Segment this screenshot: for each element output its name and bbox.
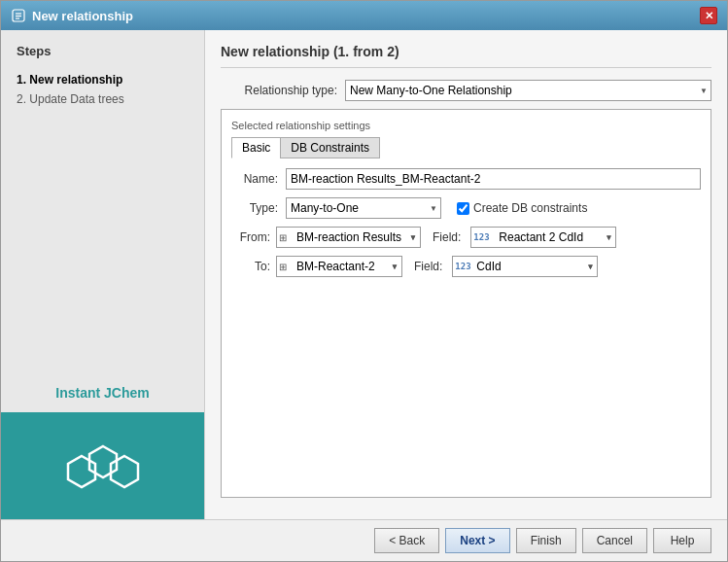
dialog: New relationship ✕ Steps 1. New relation… <box>0 0 728 562</box>
dialog-icon <box>11 8 26 23</box>
to-field-dropdown[interactable]: CdId <box>452 256 598 277</box>
step-1-number: 1. <box>17 73 29 87</box>
step-1-label: New relationship <box>29 73 122 87</box>
hex-logo-icon <box>64 427 142 505</box>
from-table-dropdown[interactable]: BM-reaction Results <box>276 227 421 248</box>
back-button[interactable]: < Back <box>374 528 439 553</box>
to-field-icon: 123 <box>455 262 470 271</box>
tab-basic[interactable]: Basic <box>231 137 280 158</box>
to-table-dropdown-wrapper: ⊞ BM-Reactant-2 ▼ <box>276 256 402 277</box>
from-row: From: ⊞ BM-reaction Results ▼ Field: 123… <box>231 227 701 248</box>
type-dropdown[interactable]: Many-to-One <box>286 197 441 219</box>
from-field-label: Field: <box>433 230 461 244</box>
to-field-label: Field: <box>414 260 442 273</box>
cancel-button[interactable]: Cancel <box>582 528 647 553</box>
from-table-dropdown-wrapper: ⊞ BM-reaction Results ▼ <box>276 227 421 248</box>
footer: < Back Next > Finish Cancel Help <box>1 519 727 561</box>
type-dropdown-wrapper: Many-to-One <box>286 197 441 219</box>
sidebar-logo <box>1 412 204 519</box>
to-table-icon: ⊞ <box>279 262 287 272</box>
name-input[interactable] <box>286 168 701 190</box>
main-panel: New relationship (1. from 2) Relationshi… <box>205 30 727 519</box>
step-2-number: 2. <box>17 92 29 106</box>
relationship-type-label: Relationship type: <box>221 84 337 97</box>
to-table-dropdown[interactable]: BM-Reactant-2 <box>276 256 402 277</box>
from-field-dropdown-wrapper: 123 Reactant 2 CdId ▼ <box>470 227 616 248</box>
dialog-title: New relationship <box>32 9 133 23</box>
settings-group-label: Selected relationship settings <box>231 120 701 131</box>
to-field-dropdown-wrapper: 123 CdId ▼ <box>452 256 598 277</box>
relationship-type-dropdown-wrapper: New Many-to-One Relationship <box>345 80 711 101</box>
step-2-label: Update Data trees <box>29 92 123 106</box>
finish-button[interactable]: Finish <box>516 528 576 553</box>
step-1: 1. New relationship <box>17 70 189 89</box>
name-row: Name: <box>231 168 701 190</box>
dialog-body: Steps 1. New relationship 2. Update Data… <box>1 30 727 519</box>
steps-title: Steps <box>17 44 189 58</box>
to-label: To: <box>231 260 270 273</box>
to-row: To: ⊞ BM-Reactant-2 ▼ Field: 123 CdId <box>231 256 701 277</box>
help-button[interactable]: Help <box>653 528 711 553</box>
brand-label: Instant JChem <box>1 373 204 412</box>
title-bar-left: New relationship <box>11 8 133 23</box>
relationship-type-dropdown[interactable]: New Many-to-One Relationship <box>345 80 711 101</box>
relationship-type-row: Relationship type: New Many-to-One Relat… <box>221 80 711 101</box>
type-row: Type: Many-to-One Create DB constraints <box>231 197 701 219</box>
next-button[interactable]: Next > <box>445 528 509 553</box>
title-bar: New relationship ✕ <box>1 1 727 30</box>
tab-db-constraints[interactable]: DB Constraints <box>280 137 380 158</box>
create-db-constraints-checkbox[interactable] <box>457 202 469 215</box>
step-2: 2. Update Data trees <box>17 89 189 109</box>
sidebar: Steps 1. New relationship 2. Update Data… <box>1 30 205 519</box>
tabs: Basic DB Constraints <box>231 137 701 158</box>
sidebar-steps: Steps 1. New relationship 2. Update Data… <box>1 30 204 373</box>
create-db-constraints-text: Create DB constraints <box>473 201 587 215</box>
close-button[interactable]: ✕ <box>700 7 717 24</box>
from-field-icon: 123 <box>473 232 489 242</box>
from-table-icon: ⊞ <box>279 232 287 243</box>
type-label: Type: <box>231 201 278 215</box>
create-db-constraints-label[interactable]: Create DB constraints <box>457 201 587 215</box>
settings-box: Selected relationship settings Basic DB … <box>221 109 711 498</box>
from-field-dropdown[interactable]: Reactant 2 CdId <box>470 227 616 248</box>
panel-title: New relationship (1. from 2) <box>221 44 711 68</box>
from-label: From: <box>231 230 270 244</box>
name-label: Name: <box>231 172 278 186</box>
